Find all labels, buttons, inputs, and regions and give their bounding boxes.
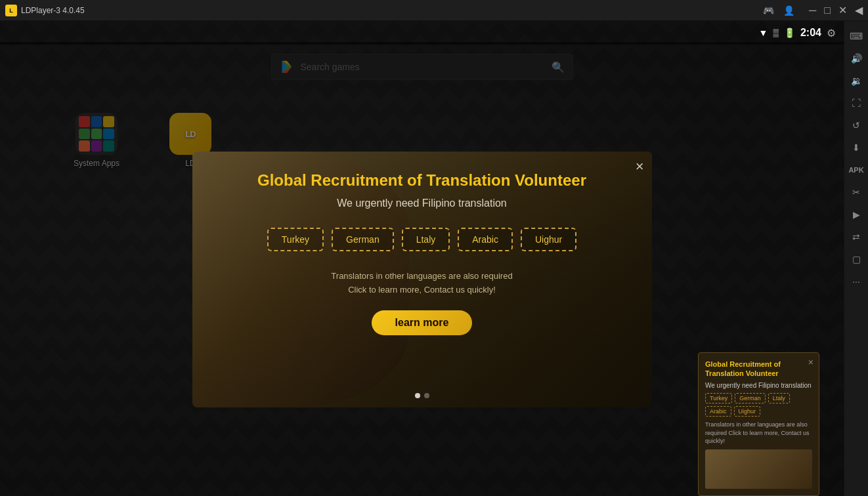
dot-2: [424, 393, 429, 398]
app-title: LDPlayer-3 4.0.45: [21, 6, 85, 15]
tag-german[interactable]: German: [332, 228, 394, 251]
tag-turkey[interactable]: Turkey: [267, 228, 324, 251]
copy-icon[interactable]: ▢: [846, 249, 866, 269]
close-button[interactable]: ✕: [838, 5, 847, 16]
modal-content: Global Recruitment of Translation Volunt…: [192, 152, 652, 407]
mini-tag-arabic[interactable]: Arabic: [705, 406, 731, 417]
window-controls: ─ □ ✕ ◀: [809, 5, 863, 16]
modal-pagination: [415, 393, 429, 398]
modal-note-line2: Click to learn more, Contact us quickly!: [348, 285, 496, 295]
more-icon[interactable]: ···: [846, 272, 866, 291]
android-status-bar: ▼ ▒ 🔋 2:04 ⚙: [0, 21, 844, 45]
apk-icon[interactable]: APK: [846, 160, 866, 180]
gamepad-icon[interactable]: 🎮: [763, 5, 774, 16]
mini-notif-subtitle: We urgently need Filipino translation: [705, 382, 812, 389]
mini-tag-turkey[interactable]: Turkey: [705, 393, 732, 403]
learn-more-button[interactable]: learn more: [372, 310, 473, 335]
settings-icon[interactable]: ⚙: [827, 27, 836, 39]
dot-1: [415, 393, 420, 398]
battery-icon: 🔋: [784, 28, 795, 38]
mini-notif-note: Translators in other languages are also …: [705, 421, 812, 445]
status-time: 2:04: [800, 27, 821, 39]
user-icon[interactable]: 👤: [783, 5, 794, 16]
right-sidebar: ⌨ 🔊 🔉 ⛶ ↺ ⬇ APK ✂ ▶ ⇄ ▢ ···: [844, 21, 868, 496]
emulator-area: ▼ ▒ 🔋 2:04 ⚙ 🔍: [0, 21, 844, 496]
mini-notif-title: Global Recruitment of Translation Volunt…: [705, 360, 812, 379]
mini-notif-image: [705, 449, 812, 489]
volume-down-icon[interactable]: 🔉: [846, 71, 866, 91]
modal-note-line1: Translators in other languages are also …: [331, 271, 512, 281]
modal-note: Translators in other languages are also …: [331, 270, 512, 297]
download-icon[interactable]: ⬇: [846, 138, 866, 157]
tag-ltaly[interactable]: Ltaly: [402, 228, 450, 251]
modal-close-button[interactable]: ×: [636, 159, 644, 174]
app-logo: L: [5, 5, 17, 16]
mini-tag-ltaly[interactable]: Ltaly: [768, 393, 790, 403]
maximize-button[interactable]: □: [824, 5, 831, 16]
tag-uighur[interactable]: Uighur: [521, 228, 576, 251]
scissors-icon[interactable]: ✂: [846, 182, 866, 202]
title-bar-left: L LDPlayer-3 4.0.45: [5, 5, 85, 16]
title-bar-right: 🎮 👤 ─ □ ✕ ◀: [763, 5, 863, 16]
sync-icon[interactable]: ⇄: [846, 227, 866, 247]
status-right: ▼ ▒ 🔋 2:04 ⚙: [759, 27, 836, 39]
mini-notif-close-button[interactable]: ×: [808, 357, 814, 367]
back-button[interactable]: ◀: [855, 5, 863, 16]
minimize-button[interactable]: ─: [809, 5, 816, 16]
signal-icon: ▒: [773, 28, 779, 37]
mini-tag-uighur[interactable]: Uighur: [734, 406, 761, 417]
language-tags: Turkey German Ltaly Arabic Uighur: [267, 228, 576, 251]
modal-title: Global Recruitment of Translation Volunt…: [257, 171, 586, 190]
rotate-icon[interactable]: ↺: [846, 115, 866, 135]
modal-subtitle: We urgently need Filipino translation: [337, 197, 507, 209]
wifi-icon: ▼: [759, 28, 768, 38]
mini-tag-german[interactable]: German: [735, 393, 766, 403]
play-icon[interactable]: ▶: [846, 205, 866, 224]
mini-notif-tags: Turkey German Ltaly Arabic Uighur: [705, 393, 812, 417]
resize-icon[interactable]: ⛶: [846, 93, 866, 113]
mini-notification: × Global Recruitment of Translation Volu…: [698, 352, 819, 496]
volume-up-icon[interactable]: 🔊: [846, 49, 866, 68]
keyboard-icon[interactable]: ⌨: [846, 26, 866, 46]
recruitment-modal: × Global Recruitment of Translation Volu…: [192, 152, 652, 407]
title-bar: L LDPlayer-3 4.0.45 🎮 👤 ─ □ ✕ ◀: [0, 0, 868, 21]
tag-arabic[interactable]: Arabic: [458, 228, 513, 251]
